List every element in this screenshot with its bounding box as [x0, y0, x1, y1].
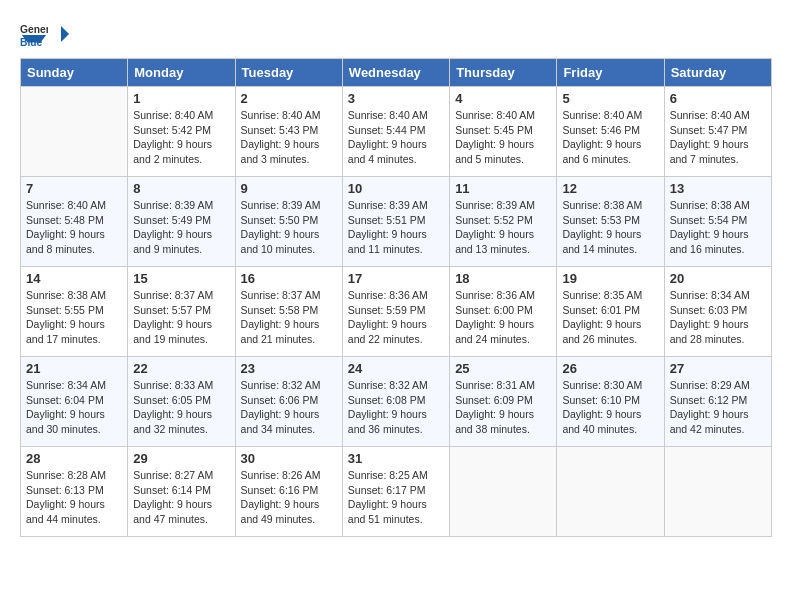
calendar-cell: 7Sunrise: 8:40 AMSunset: 5:48 PMDaylight… [21, 177, 128, 267]
day-info: Sunrise: 8:34 AMSunset: 6:04 PMDaylight:… [26, 378, 122, 437]
day-info: Sunrise: 8:27 AMSunset: 6:14 PMDaylight:… [133, 468, 229, 527]
calendar-cell: 30Sunrise: 8:26 AMSunset: 6:16 PMDayligh… [235, 447, 342, 537]
day-number: 18 [455, 271, 551, 286]
weekday-header-wednesday: Wednesday [342, 59, 449, 87]
calendar-week-row: 28Sunrise: 8:28 AMSunset: 6:13 PMDayligh… [21, 447, 772, 537]
logo-flag-icon [52, 25, 70, 43]
day-number: 24 [348, 361, 444, 376]
logo: General Blue [20, 20, 70, 48]
day-info: Sunrise: 8:37 AMSunset: 5:58 PMDaylight:… [241, 288, 337, 347]
day-info: Sunrise: 8:29 AMSunset: 6:12 PMDaylight:… [670, 378, 766, 437]
day-number: 3 [348, 91, 444, 106]
day-info: Sunrise: 8:36 AMSunset: 6:00 PMDaylight:… [455, 288, 551, 347]
day-number: 11 [455, 181, 551, 196]
calendar-cell: 14Sunrise: 8:38 AMSunset: 5:55 PMDayligh… [21, 267, 128, 357]
day-info: Sunrise: 8:32 AMSunset: 6:08 PMDaylight:… [348, 378, 444, 437]
logo-icon: General Blue [20, 20, 48, 48]
day-info: Sunrise: 8:40 AMSunset: 5:47 PMDaylight:… [670, 108, 766, 167]
svg-text:Blue: Blue [20, 37, 43, 48]
day-number: 23 [241, 361, 337, 376]
day-info: Sunrise: 8:40 AMSunset: 5:43 PMDaylight:… [241, 108, 337, 167]
calendar-cell: 23Sunrise: 8:32 AMSunset: 6:06 PMDayligh… [235, 357, 342, 447]
day-info: Sunrise: 8:28 AMSunset: 6:13 PMDaylight:… [26, 468, 122, 527]
day-info: Sunrise: 8:39 AMSunset: 5:49 PMDaylight:… [133, 198, 229, 257]
day-info: Sunrise: 8:36 AMSunset: 5:59 PMDaylight:… [348, 288, 444, 347]
day-info: Sunrise: 8:30 AMSunset: 6:10 PMDaylight:… [562, 378, 658, 437]
day-info: Sunrise: 8:40 AMSunset: 5:46 PMDaylight:… [562, 108, 658, 167]
weekday-header-friday: Friday [557, 59, 664, 87]
day-number: 31 [348, 451, 444, 466]
weekday-header-tuesday: Tuesday [235, 59, 342, 87]
calendar-cell: 20Sunrise: 8:34 AMSunset: 6:03 PMDayligh… [664, 267, 771, 357]
calendar-cell: 29Sunrise: 8:27 AMSunset: 6:14 PMDayligh… [128, 447, 235, 537]
day-info: Sunrise: 8:37 AMSunset: 5:57 PMDaylight:… [133, 288, 229, 347]
day-info: Sunrise: 8:38 AMSunset: 5:54 PMDaylight:… [670, 198, 766, 257]
calendar-cell: 2Sunrise: 8:40 AMSunset: 5:43 PMDaylight… [235, 87, 342, 177]
day-info: Sunrise: 8:39 AMSunset: 5:52 PMDaylight:… [455, 198, 551, 257]
day-number: 17 [348, 271, 444, 286]
day-info: Sunrise: 8:38 AMSunset: 5:55 PMDaylight:… [26, 288, 122, 347]
day-number: 4 [455, 91, 551, 106]
calendar-cell: 27Sunrise: 8:29 AMSunset: 6:12 PMDayligh… [664, 357, 771, 447]
day-number: 12 [562, 181, 658, 196]
day-number: 28 [26, 451, 122, 466]
day-number: 7 [26, 181, 122, 196]
calendar-cell: 26Sunrise: 8:30 AMSunset: 6:10 PMDayligh… [557, 357, 664, 447]
svg-text:General: General [20, 24, 48, 35]
day-number: 30 [241, 451, 337, 466]
calendar-cell: 13Sunrise: 8:38 AMSunset: 5:54 PMDayligh… [664, 177, 771, 267]
calendar-cell: 3Sunrise: 8:40 AMSunset: 5:44 PMDaylight… [342, 87, 449, 177]
calendar-cell: 15Sunrise: 8:37 AMSunset: 5:57 PMDayligh… [128, 267, 235, 357]
calendar-cell: 17Sunrise: 8:36 AMSunset: 5:59 PMDayligh… [342, 267, 449, 357]
day-info: Sunrise: 8:32 AMSunset: 6:06 PMDaylight:… [241, 378, 337, 437]
calendar-week-row: 1Sunrise: 8:40 AMSunset: 5:42 PMDaylight… [21, 87, 772, 177]
day-number: 15 [133, 271, 229, 286]
calendar-cell: 28Sunrise: 8:28 AMSunset: 6:13 PMDayligh… [21, 447, 128, 537]
day-number: 27 [670, 361, 766, 376]
calendar-cell [450, 447, 557, 537]
day-number: 8 [133, 181, 229, 196]
day-number: 9 [241, 181, 337, 196]
day-info: Sunrise: 8:38 AMSunset: 5:53 PMDaylight:… [562, 198, 658, 257]
day-number: 16 [241, 271, 337, 286]
calendar-cell: 10Sunrise: 8:39 AMSunset: 5:51 PMDayligh… [342, 177, 449, 267]
svg-marker-3 [61, 26, 69, 42]
day-number: 26 [562, 361, 658, 376]
day-number: 21 [26, 361, 122, 376]
day-number: 19 [562, 271, 658, 286]
calendar-cell: 8Sunrise: 8:39 AMSunset: 5:49 PMDaylight… [128, 177, 235, 267]
day-number: 2 [241, 91, 337, 106]
day-number: 29 [133, 451, 229, 466]
calendar-cell [21, 87, 128, 177]
day-info: Sunrise: 8:39 AMSunset: 5:50 PMDaylight:… [241, 198, 337, 257]
day-number: 10 [348, 181, 444, 196]
day-number: 20 [670, 271, 766, 286]
day-info: Sunrise: 8:34 AMSunset: 6:03 PMDaylight:… [670, 288, 766, 347]
calendar-cell: 24Sunrise: 8:32 AMSunset: 6:08 PMDayligh… [342, 357, 449, 447]
weekday-header-saturday: Saturday [664, 59, 771, 87]
calendar-cell [557, 447, 664, 537]
day-info: Sunrise: 8:25 AMSunset: 6:17 PMDaylight:… [348, 468, 444, 527]
calendar-cell: 6Sunrise: 8:40 AMSunset: 5:47 PMDaylight… [664, 87, 771, 177]
calendar-cell: 31Sunrise: 8:25 AMSunset: 6:17 PMDayligh… [342, 447, 449, 537]
day-info: Sunrise: 8:40 AMSunset: 5:44 PMDaylight:… [348, 108, 444, 167]
weekday-header-monday: Monday [128, 59, 235, 87]
day-info: Sunrise: 8:40 AMSunset: 5:42 PMDaylight:… [133, 108, 229, 167]
day-info: Sunrise: 8:39 AMSunset: 5:51 PMDaylight:… [348, 198, 444, 257]
day-info: Sunrise: 8:33 AMSunset: 6:05 PMDaylight:… [133, 378, 229, 437]
calendar-cell: 25Sunrise: 8:31 AMSunset: 6:09 PMDayligh… [450, 357, 557, 447]
day-number: 5 [562, 91, 658, 106]
calendar-cell [664, 447, 771, 537]
day-info: Sunrise: 8:40 AMSunset: 5:45 PMDaylight:… [455, 108, 551, 167]
calendar-week-row: 7Sunrise: 8:40 AMSunset: 5:48 PMDaylight… [21, 177, 772, 267]
day-info: Sunrise: 8:26 AMSunset: 6:16 PMDaylight:… [241, 468, 337, 527]
day-info: Sunrise: 8:31 AMSunset: 6:09 PMDaylight:… [455, 378, 551, 437]
calendar-week-row: 14Sunrise: 8:38 AMSunset: 5:55 PMDayligh… [21, 267, 772, 357]
header: General Blue [20, 20, 772, 48]
calendar-cell: 12Sunrise: 8:38 AMSunset: 5:53 PMDayligh… [557, 177, 664, 267]
weekday-header-sunday: Sunday [21, 59, 128, 87]
calendar-cell: 9Sunrise: 8:39 AMSunset: 5:50 PMDaylight… [235, 177, 342, 267]
calendar-cell: 22Sunrise: 8:33 AMSunset: 6:05 PMDayligh… [128, 357, 235, 447]
day-info: Sunrise: 8:35 AMSunset: 6:01 PMDaylight:… [562, 288, 658, 347]
day-number: 25 [455, 361, 551, 376]
